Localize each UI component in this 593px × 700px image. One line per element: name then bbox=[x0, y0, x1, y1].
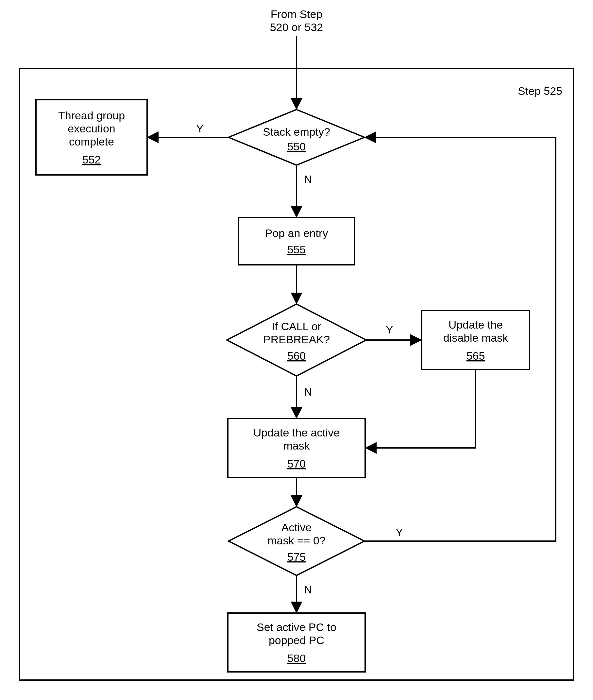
n570-line1: Update the active bbox=[253, 426, 340, 439]
process-update-active-mask: Update the active mask 570 bbox=[228, 419, 365, 477]
n580-line1: Set active PC to bbox=[256, 621, 337, 633]
label-575-N: N bbox=[304, 583, 312, 596]
n570-ref: 570 bbox=[287, 457, 306, 470]
terminal-execution-complete: Thread group execution complete 552 bbox=[36, 100, 147, 175]
n560-line1: If CALL or bbox=[272, 320, 321, 333]
label-550-Y: Y bbox=[196, 122, 204, 135]
n575-line2: mask == 0? bbox=[267, 534, 326, 547]
n555-ref: 555 bbox=[287, 243, 306, 256]
n575-ref: 575 bbox=[287, 551, 306, 563]
label-560-N: N bbox=[304, 386, 312, 398]
entry-label-line1: From Step bbox=[271, 8, 323, 20]
n560-line2: PREBREAK? bbox=[263, 333, 330, 346]
process-update-disable-mask: Update the disable mask 565 bbox=[422, 311, 529, 370]
n552-line3: complete bbox=[69, 135, 114, 148]
n555-text: Pop an entry bbox=[265, 227, 328, 239]
n550-ref: 550 bbox=[287, 140, 306, 153]
svg-rect-2 bbox=[239, 218, 354, 265]
label-575-Y: Y bbox=[396, 526, 403, 539]
process-set-active-pc: Set active PC to popped PC 580 bbox=[228, 613, 365, 672]
entry-label-line2: 520 or 532 bbox=[270, 21, 323, 33]
frame-label: Step 525 bbox=[518, 85, 562, 97]
n560-ref: 560 bbox=[287, 350, 306, 362]
label-550-N: N bbox=[304, 173, 312, 185]
n552-line1: Thread group bbox=[58, 109, 125, 122]
n565-line2: disable mask bbox=[443, 332, 508, 344]
n552-ref: 552 bbox=[82, 153, 101, 166]
n575-line1: Active bbox=[281, 521, 312, 534]
n565-ref: 565 bbox=[467, 350, 485, 362]
entry-label: From Step 520 or 532 bbox=[270, 8, 323, 33]
n552-line2: execution bbox=[68, 122, 115, 135]
n570-line2: mask bbox=[283, 439, 310, 452]
process-pop-entry: Pop an entry 555 bbox=[239, 218, 354, 265]
n550-text: Stack empty? bbox=[263, 125, 330, 138]
label-560-Y: Y bbox=[386, 323, 393, 336]
n580-ref: 580 bbox=[287, 652, 306, 664]
n580-line2: popped PC bbox=[269, 634, 324, 647]
n565-line1: Update the bbox=[448, 318, 503, 331]
